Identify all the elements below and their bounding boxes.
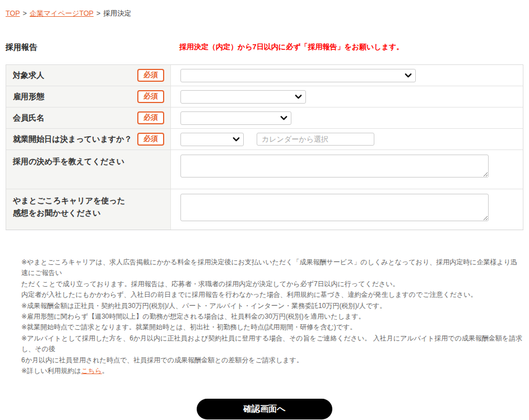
required-badge: 必須 bbox=[137, 111, 164, 124]
field-label-cell: 対象求人 必須 bbox=[6, 65, 171, 86]
note-line: 6か月以内に社員登用された時点で、社員採用での成果報酬金額との差額分をご請求しま… bbox=[21, 355, 523, 366]
note-line: ※アルバイトとして採用した方を、6か月以内に正社員および契約社員に登用する場合、… bbox=[21, 333, 523, 355]
note-line: ※やまとごころキャリアは、求人広告掲載にかかる料金を採用決定後にお支払いいただく… bbox=[21, 257, 523, 279]
field-input-cell bbox=[171, 129, 523, 150]
field-input-cell bbox=[171, 150, 523, 189]
field-label: 対象求人 bbox=[13, 69, 44, 82]
field-label-cell: 会員氏名 必須 bbox=[6, 108, 171, 128]
required-badge: 必須 bbox=[137, 69, 164, 82]
form-row-member-name: 会員氏名 必須 bbox=[6, 108, 523, 129]
start-date-decided-select[interactable] bbox=[180, 133, 244, 146]
field-label-cell: やまとごころキャリアを使った 感想をお聞かせください bbox=[6, 189, 171, 230]
hiring-report-form: 対象求人 必須 雇用形態 必須 bbox=[6, 64, 523, 230]
field-label: 会員氏名 bbox=[13, 112, 44, 124]
field-label-cell: 採用の決め手を教えてください bbox=[6, 150, 171, 189]
breadcrumb-current: 採用決定 bbox=[103, 10, 131, 17]
notes: ※やまとごころキャリアは、求人広告掲載にかかる料金を採用決定後にお支払いいただく… bbox=[21, 257, 523, 376]
breadcrumb-separator: > bbox=[96, 10, 100, 17]
terms-suffix: 。 bbox=[102, 367, 109, 375]
note-line-terms: ※詳しい利用規約はこちら。 bbox=[21, 366, 523, 376]
breadcrumb-link-top[interactable]: TOP bbox=[6, 10, 20, 17]
feedback-textarea[interactable] bbox=[180, 194, 489, 221]
field-input-cell bbox=[171, 189, 523, 230]
breadcrumb-separator: > bbox=[22, 10, 26, 17]
deadline-notice: 採用決定（内定）から7日以内に必ず「採用報告」をお願いします。 bbox=[179, 42, 403, 52]
terms-prefix: ※詳しい利用規約は bbox=[21, 367, 81, 375]
form-row-employment-type: 雇用形態 必須 bbox=[6, 86, 523, 108]
submit-area: 確認画面へ bbox=[6, 399, 523, 419]
employment-type-select[interactable] bbox=[180, 90, 306, 104]
form-row-target-job: 対象求人 必須 bbox=[6, 65, 523, 86]
required-badge: 必須 bbox=[137, 133, 164, 146]
field-label-cell: 就業開始日は決まっていますか？ 必須 bbox=[6, 129, 171, 150]
confirm-screen-button[interactable]: 確認画面へ bbox=[197, 399, 332, 419]
note-line: ※成果報酬金額は正社員・契約社員30万円(税別)/人、パート・アルバイト・インタ… bbox=[21, 301, 523, 311]
field-label: 雇用形態 bbox=[13, 91, 44, 103]
note-line: 内定者が入社したにもかかわらず、入社日の前日までに採用報告を行わなかった場合、利… bbox=[21, 290, 523, 300]
page: TOP>企業マイページTOP>採用決定 採用報告 採用決定（内定）から7日以内に… bbox=[0, 0, 529, 419]
member-name-select[interactable] bbox=[180, 111, 291, 125]
field-label: 就業開始日は決まっていますか？ bbox=[13, 133, 132, 146]
form-row-feedback: やまとごころキャリアを使った 感想をお聞かせください bbox=[6, 189, 523, 230]
required-badge: 必須 bbox=[137, 90, 164, 103]
note-line: ※就業開始時点でご請求となります。就業開始時とは、初出社・初勤務した時点(試用期… bbox=[21, 322, 523, 333]
breadcrumb-link-company-mypage[interactable]: 企業マイページTOP bbox=[30, 10, 94, 17]
target-job-select[interactable] bbox=[180, 69, 416, 82]
note-line: ※雇用形態に関わらず【週30時間以上】の勤務が想定される場合は、社員料金の30万… bbox=[21, 311, 523, 322]
note-line: ただくことで成り立っております。採用報告は、応募者・求職者の採用内定が決定してか… bbox=[21, 279, 523, 290]
field-input-cell bbox=[171, 65, 523, 86]
field-label: 採用の決め手を教えてください bbox=[13, 156, 124, 168]
field-input-cell bbox=[171, 86, 523, 107]
terms-link[interactable]: こちら bbox=[81, 367, 102, 375]
form-row-deciding-factor: 採用の決め手を教えてください bbox=[6, 150, 523, 189]
breadcrumb: TOP>企業マイページTOP>採用決定 bbox=[6, 0, 523, 18]
field-label: やまとごころキャリアを使った 感想をお聞かせください bbox=[13, 195, 125, 219]
calendar-date-input[interactable] bbox=[257, 133, 374, 146]
deciding-factor-textarea[interactable] bbox=[180, 155, 489, 178]
form-row-start-date: 就業開始日は決まっていますか？ 必須 bbox=[6, 129, 523, 150]
field-label-cell: 雇用形態 必須 bbox=[6, 86, 171, 107]
page-title: 採用報告 bbox=[6, 43, 37, 52]
field-input-cell bbox=[171, 108, 523, 128]
page-header: 採用報告 採用決定（内定）から7日以内に必ず「採用報告」をお願いします。 bbox=[6, 42, 523, 52]
